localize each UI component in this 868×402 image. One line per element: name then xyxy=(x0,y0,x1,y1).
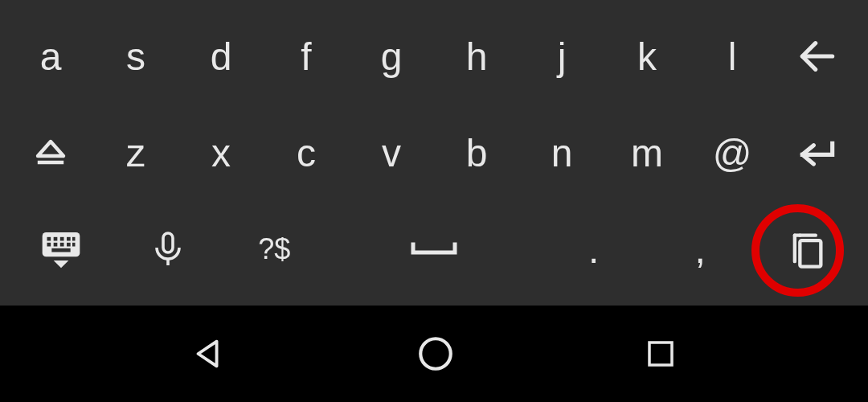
svg-rect-6 xyxy=(60,237,64,241)
keyboard-row-1: a s d f g h j k l xyxy=(0,8,868,105)
key-f[interactable]: f xyxy=(264,8,349,105)
key-period[interactable]: . xyxy=(541,201,648,297)
nav-back-icon xyxy=(190,335,227,372)
copy-icon xyxy=(786,228,828,270)
space-icon xyxy=(410,238,458,260)
home-button[interactable] xyxy=(416,334,456,374)
key-comma[interactable]: , xyxy=(647,201,754,297)
svg-marker-19 xyxy=(199,342,217,367)
key-g[interactable]: g xyxy=(349,8,434,105)
key-j[interactable]: j xyxy=(519,8,604,105)
key-c[interactable]: c xyxy=(264,105,349,201)
key-x[interactable]: x xyxy=(178,105,264,201)
key-v[interactable]: v xyxy=(349,105,434,201)
hide-keyboard-key[interactable] xyxy=(8,201,115,297)
system-nav-bar xyxy=(0,306,868,402)
svg-marker-1 xyxy=(38,142,63,156)
svg-rect-8 xyxy=(72,237,76,241)
key-d[interactable]: d xyxy=(178,8,264,105)
svg-rect-10 xyxy=(54,243,58,247)
nav-recent-icon xyxy=(644,337,678,371)
key-h[interactable]: h xyxy=(434,8,519,105)
svg-rect-13 xyxy=(72,243,76,247)
key-at[interactable]: @ xyxy=(690,105,775,201)
nav-home-icon xyxy=(416,334,456,374)
svg-rect-18 xyxy=(800,240,821,267)
key-s[interactable]: s xyxy=(93,8,178,105)
svg-rect-12 xyxy=(67,243,71,247)
key-b[interactable]: b xyxy=(434,105,519,201)
keyboard-row-2: z x c v b n m @ xyxy=(0,105,868,201)
enter-key[interactable] xyxy=(775,105,860,201)
svg-rect-5 xyxy=(54,237,58,241)
key-k[interactable]: k xyxy=(604,8,690,105)
key-z[interactable]: z xyxy=(93,105,178,201)
space-key[interactable] xyxy=(328,201,541,297)
symbols-key[interactable]: ?$ xyxy=(221,201,328,297)
svg-rect-21 xyxy=(649,343,672,365)
key-a[interactable]: a xyxy=(8,8,93,105)
shift-key[interactable] xyxy=(8,105,93,201)
on-screen-keyboard: a s d f g h j k l z x xyxy=(0,0,868,306)
key-n[interactable]: n xyxy=(519,105,604,201)
key-l[interactable]: l xyxy=(690,8,775,105)
shift-icon xyxy=(31,133,70,172)
copy-key[interactable] xyxy=(754,201,861,297)
backspace-key[interactable] xyxy=(775,8,860,105)
voice-input-key[interactable] xyxy=(115,201,222,297)
svg-point-20 xyxy=(420,338,451,369)
back-button[interactable] xyxy=(190,335,227,372)
keyboard-row-3: ?$ . , xyxy=(0,201,868,297)
backspace-icon xyxy=(795,34,840,79)
svg-rect-4 xyxy=(47,237,51,241)
keyboard-hide-icon xyxy=(39,227,84,272)
svg-rect-7 xyxy=(67,237,71,241)
enter-icon xyxy=(795,130,840,175)
recent-apps-button[interactable] xyxy=(644,337,678,371)
svg-marker-15 xyxy=(54,260,69,268)
svg-rect-16 xyxy=(163,233,173,252)
svg-rect-9 xyxy=(47,243,51,247)
key-m[interactable]: m xyxy=(604,105,690,201)
svg-rect-14 xyxy=(52,248,71,252)
microphone-icon xyxy=(149,230,187,269)
svg-rect-11 xyxy=(60,243,64,247)
